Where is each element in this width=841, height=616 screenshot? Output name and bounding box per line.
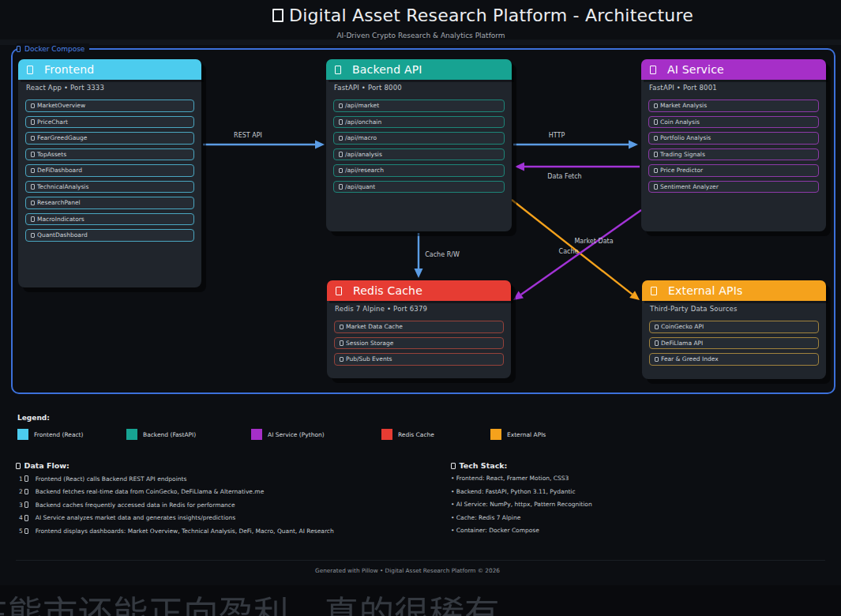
service-item: ResearchPanel bbox=[25, 197, 194, 209]
service-title-redis: Redis Cache bbox=[353, 284, 422, 297]
service-item-label: Trading Signals bbox=[660, 151, 705, 158]
emoji-tofu-icon bbox=[31, 168, 35, 174]
service-item: /api/quant bbox=[333, 181, 505, 193]
emoji-tofu-icon bbox=[31, 136, 35, 141]
service-item: Market Data Cache bbox=[334, 321, 504, 333]
service-item-label: MacroIndicators bbox=[37, 216, 84, 223]
edge-label-data-fetch: Data Fetch bbox=[547, 173, 581, 180]
arrowhead bbox=[513, 291, 524, 300]
arrowhead bbox=[629, 141, 638, 149]
service-item-label: Price Predictor bbox=[660, 167, 703, 174]
emoji-tofu-icon bbox=[31, 103, 35, 109]
service-item-label: /api/macro bbox=[345, 134, 377, 141]
service-item: CoinGecko API bbox=[649, 321, 819, 333]
emoji-tofu-icon bbox=[339, 136, 343, 141]
emoji-tofu-icon bbox=[31, 201, 35, 206]
service-box-ai: AI Service FastAPI • Port 8001 Market An… bbox=[641, 59, 826, 231]
service-item-label: Sentiment Analyzer bbox=[660, 183, 719, 190]
edge-label-market-data: Market Data bbox=[574, 238, 613, 245]
edge-label-http: HTTP bbox=[549, 132, 565, 139]
service-item: FearGreedGauge bbox=[25, 132, 194, 145]
emoji-tofu-icon bbox=[31, 119, 35, 125]
docker-compose-label-text: Docker Compose bbox=[24, 45, 84, 53]
edge-line bbox=[512, 200, 633, 295]
service-item: DeFiLlama API bbox=[649, 337, 819, 350]
service-item-label: ResearchPanel bbox=[37, 199, 81, 206]
service-item: /api/market bbox=[333, 100, 505, 112]
service-item: /api/macro bbox=[333, 132, 505, 145]
service-item: TechnicalAnalysis bbox=[25, 181, 194, 193]
service-item-label: /api/quant bbox=[345, 183, 375, 190]
service-item: Sentiment Analyzer bbox=[648, 181, 819, 193]
service-item-label: /api/analysis bbox=[345, 151, 382, 158]
emoji-tofu-icon bbox=[31, 233, 35, 239]
emoji-tofu-icon bbox=[654, 168, 658, 174]
service-title-external: External APIs bbox=[668, 284, 743, 297]
edge-cache-rw bbox=[415, 233, 423, 278]
emoji-tofu-icon bbox=[655, 340, 659, 346]
service-item-label: Market Analysis bbox=[660, 102, 707, 109]
emoji-tofu-icon bbox=[339, 119, 343, 125]
service-item-label: Pub/Sub Events bbox=[346, 355, 392, 362]
service-item: MarketOverview bbox=[25, 100, 194, 112]
service-item-list-frontend: MarketOverview PriceChart FearGreedGauge… bbox=[25, 100, 194, 242]
emoji-tofu-icon bbox=[655, 357, 659, 362]
emoji-tofu-icon bbox=[340, 325, 344, 330]
service-title-backend: Backend API bbox=[352, 63, 422, 76]
service-item-label: /api/market bbox=[345, 102, 379, 109]
service-item: Pub/Sub Events bbox=[334, 353, 504, 366]
service-item: MacroIndicators bbox=[25, 213, 194, 226]
service-item-list-external: CoinGecko API DeFiLlama API Fear & Greed… bbox=[649, 321, 819, 366]
service-header-backend: Backend API bbox=[326, 59, 512, 80]
emoji-tofu-icon bbox=[340, 340, 344, 346]
service-item: Fear & Greed Index bbox=[649, 353, 819, 366]
service-item-list-backend: /api/market /api/onchain /api/macro /api… bbox=[333, 100, 505, 193]
emoji-tofu-icon bbox=[651, 287, 657, 295]
service-item: DeFiDashboard bbox=[25, 164, 194, 177]
arrowhead bbox=[415, 269, 423, 278]
service-item-label: DeFiDashboard bbox=[37, 167, 82, 174]
service-item-label: /api/research bbox=[345, 167, 384, 174]
emoji-tofu-icon bbox=[31, 216, 35, 222]
emoji-tofu-icon bbox=[27, 66, 33, 74]
service-item-label: TopAssets bbox=[37, 151, 66, 158]
service-item: /api/research bbox=[333, 164, 505, 177]
service-item-label: CoinGecko API bbox=[661, 323, 704, 330]
emoji-tofu-icon bbox=[31, 152, 35, 157]
emoji-tofu-icon bbox=[339, 184, 343, 190]
service-item-list-ai: Market Analysis Coin Analysis Portfolio … bbox=[648, 100, 819, 193]
video-subtitle-glyphs bbox=[0, 585, 841, 616]
emoji-tofu-icon bbox=[650, 66, 656, 74]
service-title-ai: AI Service bbox=[667, 63, 724, 76]
edge-http bbox=[513, 141, 638, 149]
docker-compose-label: Docker Compose bbox=[17, 43, 89, 54]
service-box-frontend: Frontend React App • Port 3333 MarketOve… bbox=[18, 59, 201, 287]
emoji-tofu-icon bbox=[340, 357, 344, 362]
service-item-label: Fear & Greed Index bbox=[661, 355, 719, 362]
service-item-label: Session Storage bbox=[346, 340, 393, 347]
service-header-ai: AI Service bbox=[641, 59, 826, 80]
arrowhead bbox=[315, 141, 325, 149]
service-header-frontend: Frontend bbox=[18, 59, 201, 80]
service-subtitle-backend: FastAPI • Port 8000 bbox=[334, 84, 402, 92]
emoji-tofu-icon bbox=[339, 168, 343, 174]
emoji-tofu-icon bbox=[339, 103, 343, 109]
service-item: Portfolio Analysis bbox=[648, 132, 819, 145]
service-box-backend: Backend API FastAPI • Port 8000 /api/mar… bbox=[326, 59, 512, 231]
edge-line bbox=[521, 210, 641, 295]
emoji-tofu-icon bbox=[654, 136, 658, 141]
edge-data-fetch bbox=[515, 163, 640, 171]
emoji-tofu-icon bbox=[654, 119, 658, 125]
service-subtitle-redis: Redis 7 Alpine • Port 6379 bbox=[335, 305, 427, 313]
edge-rest-api bbox=[203, 141, 325, 149]
service-item-label: MarketOverview bbox=[37, 102, 85, 109]
service-item: Session Storage bbox=[334, 337, 504, 350]
emoji-tofu-icon bbox=[654, 103, 658, 109]
service-item: /api/analysis bbox=[333, 148, 505, 161]
service-item: PriceChart bbox=[25, 116, 194, 129]
architecture-diagram: Digital Asset Research Platform - Archit… bbox=[0, 0, 841, 585]
service-title-frontend: Frontend bbox=[44, 63, 94, 76]
service-item: QuantDashboard bbox=[25, 229, 194, 242]
service-item: Market Analysis bbox=[648, 100, 819, 112]
service-item: /api/onchain bbox=[333, 116, 505, 129]
